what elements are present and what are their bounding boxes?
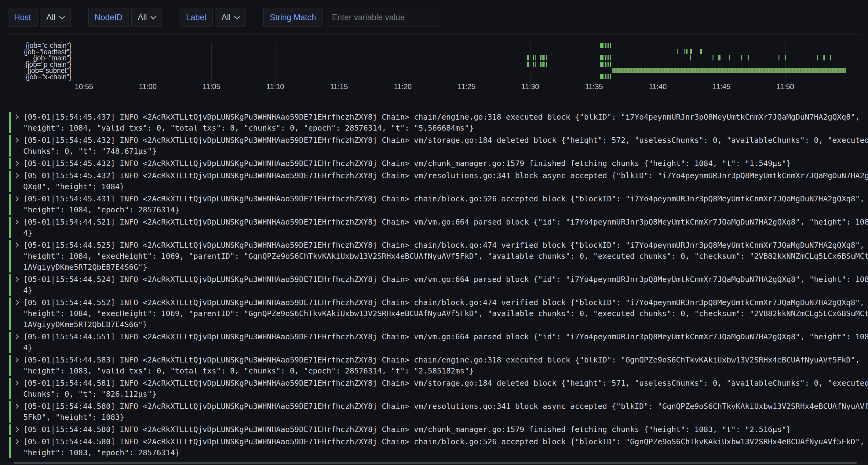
- log-message: [05-01|15:54:44.580] INFO <2AcRkXTLLtQjv…: [23, 436, 868, 458]
- log-volume-bar: [741, 55, 742, 60]
- log-volume-bar: [690, 55, 691, 60]
- log-row[interactable]: [05-01|15:54:45.432] INFO <2AcRkXTLLtQjv…: [9, 170, 866, 192]
- expand-row-control[interactable]: [11, 194, 23, 215]
- chevron-down-icon: [59, 13, 65, 20]
- chevron-right-icon: [14, 277, 19, 282]
- chevron-right-icon: [14, 197, 19, 201]
- log-row[interactable]: [05-01|15:54:45.432] INFO <2AcRkXTLLtQjv…: [9, 135, 866, 157]
- x-gridline: [658, 42, 658, 82]
- log-level-indicator: [9, 194, 11, 215]
- expand-row-control[interactable]: [11, 297, 23, 330]
- log-row[interactable]: [05-01|15:54:45.437] INFO <2AcRkXTLLtQjv…: [9, 112, 866, 134]
- log-volume-bar: [605, 43, 606, 48]
- expand-row-control[interactable]: [11, 401, 23, 423]
- x-gridline: [84, 42, 84, 82]
- log-volume-bar: [607, 74, 608, 79]
- log-row[interactable]: [05-01|15:54:44.581] INFO <2AcRkXTLLtQjv…: [9, 378, 866, 400]
- log-row[interactable]: [05-01|15:54:45.432] INFO <2AcRkXTLLtQjv…: [9, 158, 866, 169]
- log-message: [05-01|15:54:44.521] INFO <2AcRkXTLLtQjv…: [23, 217, 868, 239]
- chevron-right-icon: [14, 115, 19, 120]
- log-message: [05-01|15:54:44.581] INFO <2AcRkXTLLtQjv…: [23, 378, 868, 400]
- expand-row-control[interactable]: [11, 135, 23, 157]
- log-level-indicator: [9, 437, 11, 458]
- string-match-field[interactable]: [325, 8, 439, 27]
- expand-row-control[interactable]: [11, 217, 23, 239]
- legend-item[interactable]: {job="c-chain"}: [5, 42, 71, 48]
- expand-row-control[interactable]: [11, 170, 23, 192]
- log-volume-bar: [605, 62, 606, 67]
- variable-group-nodeid: NodeIDAll: [88, 8, 162, 27]
- variable-value-host: All: [46, 13, 56, 22]
- log-level-indicator: [9, 298, 11, 330]
- legend-item[interactable]: {job="main"}: [5, 55, 71, 61]
- variable-label-label: Label: [180, 8, 213, 27]
- x-gridline: [339, 42, 339, 82]
- log-message: [05-01|15:54:45.432] INFO <2AcRkXTLLtQjv…: [23, 158, 868, 169]
- x-axis-tick-label: 11:10: [257, 82, 293, 91]
- chevron-right-icon: [14, 173, 19, 178]
- expand-row-control[interactable]: [11, 436, 23, 458]
- chevron-right-icon: [14, 161, 19, 166]
- expand-row-control[interactable]: [11, 331, 23, 353]
- expand-row-control[interactable]: [11, 158, 23, 169]
- x-axis-tick-label: 11:25: [448, 82, 485, 91]
- expand-row-control[interactable]: [11, 112, 23, 134]
- log-row[interactable]: [05-01|15:54:44.580] INFO <2AcRkXTLLtQjv…: [9, 436, 866, 458]
- log-volume-bar: [600, 62, 603, 67]
- log-message: [05-01|15:54:44.580] INFO <2AcRkXTLLtQjv…: [23, 424, 868, 435]
- expand-row-control[interactable]: [11, 274, 23, 296]
- x-axis-tick-label: 11:50: [767, 82, 804, 91]
- string-match-group: String Match: [263, 8, 439, 27]
- log-row[interactable]: [05-01|15:54:44.525] INFO <2AcRkXTLLtQjv…: [9, 240, 866, 273]
- logs-panel: [05-01|15:54:45.437] INFO <2AcRkXTLLtQjv…: [9, 112, 866, 460]
- horizontal-scrollbar[interactable]: [0, 461, 868, 465]
- x-gridline: [467, 42, 467, 82]
- x-axis-tick-label: 11:20: [384, 82, 421, 91]
- expand-row-control[interactable]: [11, 378, 23, 400]
- log-volume-bar: [546, 55, 547, 60]
- x-gridline: [275, 42, 276, 82]
- variable-select-host[interactable]: All: [40, 8, 70, 27]
- log-row[interactable]: [05-01|15:54:44.580] INFO <2AcRkXTLLtQjv…: [9, 424, 866, 435]
- x-axis-tick-label: 11:40: [640, 82, 676, 91]
- log-volume-bar: [824, 55, 825, 60]
- expand-row-control[interactable]: [11, 240, 23, 273]
- log-level-indicator: [9, 240, 11, 272]
- variable-select-nodeid[interactable]: All: [131, 8, 162, 27]
- log-volume-bar: [609, 55, 609, 60]
- variable-select-label[interactable]: All: [215, 8, 246, 27]
- log-level-indicator: [9, 355, 11, 376]
- log-volume-bar: [609, 74, 609, 79]
- log-message: [05-01|15:54:44.552] INFO <2AcRkXTLLtQjv…: [23, 297, 868, 330]
- legend-item[interactable]: {job="x-chain"}: [5, 74, 71, 80]
- variables-toolbar: HostAllNodeIDAllLabelAll String Match: [8, 8, 439, 27]
- legend-item[interactable]: {job="subnet"}: [5, 67, 71, 73]
- log-message: [05-01|15:54:44.583] INFO <2AcRkXTLLtQjv…: [23, 355, 868, 376]
- log-row[interactable]: [05-01|15:54:44.551] INFO <2AcRkXTLLtQjv…: [9, 331, 866, 353]
- log-volume-bar: [540, 55, 541, 60]
- scrollbar-thumb[interactable]: [14, 462, 857, 464]
- log-volume-bar: [527, 55, 529, 60]
- log-volume-bar: [686, 49, 687, 54]
- log-volume-bar: [677, 49, 679, 54]
- log-message: [05-01|15:54:44.524] INFO <2AcRkXTLLtQjv…: [23, 274, 868, 296]
- log-message: [05-01|15:54:45.437] INFO <2AcRkXTLLtQjv…: [23, 112, 868, 134]
- log-volume-bar: [729, 55, 730, 60]
- expand-row-control[interactable]: [11, 355, 23, 376]
- log-row[interactable]: [05-01|15:54:44.580] INFO <2AcRkXTLLtQjv…: [9, 401, 866, 423]
- log-row[interactable]: [05-01|15:54:45.431] INFO <2AcRkXTLLtQjv…: [9, 194, 866, 215]
- x-gridline: [148, 42, 148, 82]
- string-match-input[interactable]: [331, 12, 433, 23]
- log-row[interactable]: [05-01|15:54:44.521] INFO <2AcRkXTLLtQjv…: [9, 217, 866, 239]
- log-volume-bar: [748, 55, 749, 60]
- string-match-label: String Match: [263, 8, 322, 27]
- log-row[interactable]: [05-01|15:54:44.583] INFO <2AcRkXTLLtQjv…: [9, 355, 866, 376]
- log-row[interactable]: [05-01|15:54:44.524] INFO <2AcRkXTLLtQjv…: [9, 274, 866, 296]
- log-volume-bar: [610, 55, 611, 60]
- chevron-down-icon: [234, 13, 240, 20]
- expand-row-control[interactable]: [11, 424, 23, 435]
- x-axis-tick-label: 11:05: [193, 82, 230, 91]
- log-volume-bar: [607, 55, 608, 60]
- log-row[interactable]: [05-01|15:54:44.552] INFO <2AcRkXTLLtQjv…: [9, 297, 866, 330]
- log-level-indicator: [9, 158, 11, 169]
